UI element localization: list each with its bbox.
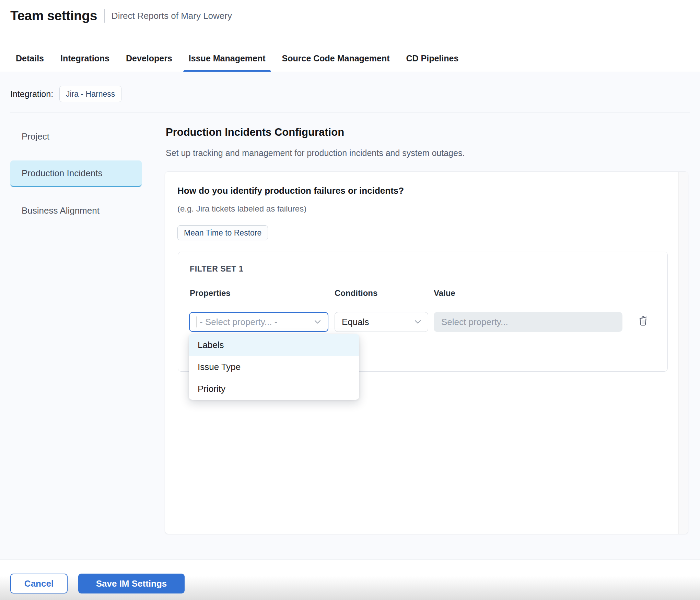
issue-management-panel: Integration: Jira - Harness Project Prod… <box>0 72 700 560</box>
tab-issue-management[interactable]: Issue Management <box>183 45 271 72</box>
save-im-settings-button[interactable]: Save IM Settings <box>78 574 185 593</box>
card-scrollbar-track[interactable] <box>678 172 688 534</box>
conditions-select[interactable]: Equals <box>335 312 428 332</box>
sidebar-item-project[interactable]: Project <box>10 123 142 150</box>
tab-integrations[interactable]: Integrations <box>55 45 115 72</box>
column-label-properties: Properties <box>190 288 231 298</box>
section-subtitle: Set up tracking and management for produ… <box>166 148 465 158</box>
question-title: How do you identify production failures … <box>177 185 404 196</box>
page-title: Team settings <box>10 8 97 23</box>
cancel-button[interactable]: Cancel <box>10 574 68 593</box>
integration-chip[interactable]: Jira - Harness <box>59 86 121 102</box>
value-input[interactable] <box>434 312 622 332</box>
properties-select[interactable]: - Select property... - <box>189 312 328 332</box>
section-title: Production Incidents Configuration <box>166 126 344 139</box>
text-cursor <box>197 316 197 327</box>
question-hint: (e.g. Jira tickets labeled as failures) <box>177 204 306 214</box>
tab-details[interactable]: Details <box>10 45 49 72</box>
delete-filter-button[interactable] <box>636 314 650 328</box>
chevron-down-icon <box>314 320 321 324</box>
column-label-conditions: Conditions <box>335 288 377 298</box>
integration-label: Integration: <box>10 89 53 99</box>
column-label-value: Value <box>434 288 455 298</box>
page-subtitle: Direct Reports of Mary Lowery <box>112 11 232 21</box>
sidebar-item-production-incidents[interactable]: Production Incidents <box>10 160 142 187</box>
page-header: Team settings Direct Reports of Mary Low… <box>10 8 232 23</box>
sidebar-divider <box>154 112 154 560</box>
title-separator <box>104 9 105 23</box>
dropdown-option-labels[interactable]: Labels <box>189 334 359 356</box>
integration-row: Integration: Jira - Harness <box>10 86 121 102</box>
tab-source-code-management[interactable]: Source Code Management <box>277 45 395 72</box>
chevron-down-icon <box>415 320 421 324</box>
properties-placeholder: - Select property... - <box>200 317 277 327</box>
dropdown-option-issue-type[interactable]: Issue Type <box>189 356 359 378</box>
trash-icon <box>637 314 649 327</box>
metric-tab-mean-time-to-restore[interactable]: Mean Time to Restore <box>177 225 268 240</box>
tab-developers[interactable]: Developers <box>120 45 178 72</box>
tab-bar: Details Integrations Developers Issue Ma… <box>10 45 464 72</box>
horizontal-divider <box>10 112 690 112</box>
conditions-value: Equals <box>342 317 369 327</box>
footer-bar: Cancel Save IM Settings <box>0 560 700 600</box>
sidebar-item-business-alignment[interactable]: Business Alignment <box>10 197 142 224</box>
team-settings-page: Team settings Direct Reports of Mary Low… <box>0 0 700 600</box>
tab-cd-pipelines[interactable]: CD Pipelines <box>401 45 464 72</box>
filter-set-title: FILTER SET 1 <box>190 264 243 274</box>
dropdown-option-priority[interactable]: Priority <box>189 378 359 400</box>
properties-dropdown-menu: Labels Issue Type Priority <box>189 334 359 400</box>
